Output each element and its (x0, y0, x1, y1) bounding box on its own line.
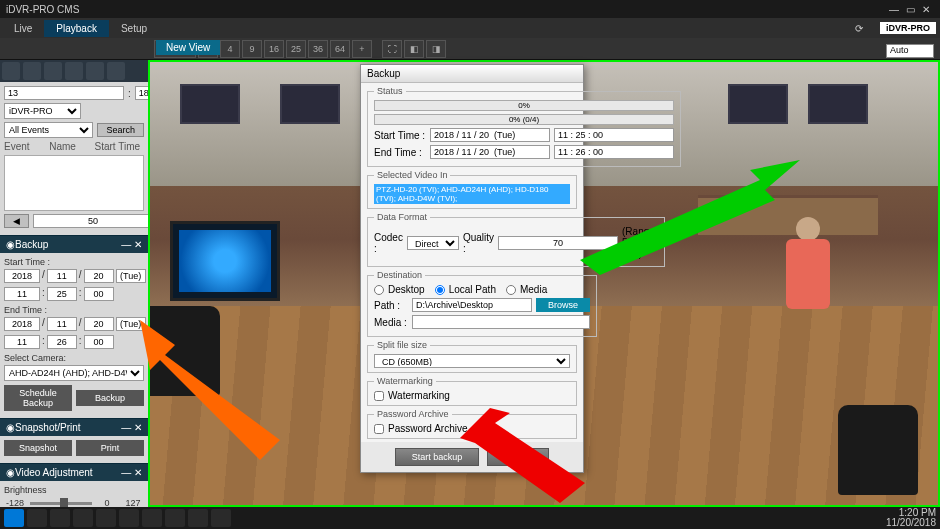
close-icon[interactable]: ✕ (918, 4, 934, 15)
explorer-icon[interactable] (73, 509, 93, 527)
start-label: Start Time : (4, 257, 144, 267)
brightness-slider[interactable] (30, 502, 92, 505)
app1-icon[interactable] (142, 509, 162, 527)
app3-icon[interactable] (188, 509, 208, 527)
media-radio[interactable]: Media (506, 284, 547, 295)
event-filter[interactable]: All Events (4, 122, 93, 138)
grid-64-button[interactable]: 64 (330, 40, 350, 58)
backup-button[interactable]: Backup (76, 390, 144, 406)
time-m[interactable] (135, 86, 148, 100)
path-input[interactable] (412, 298, 532, 312)
split-legend: Split file size (374, 340, 430, 350)
edge-icon[interactable] (96, 509, 116, 527)
grid-36-button[interactable]: 36 (308, 40, 328, 58)
bk-sdw (116, 269, 146, 283)
taskbar[interactable]: 1:20 PM11/20/2018 (0, 507, 940, 529)
snapshot-header[interactable]: ◉ Snapshot/Print— ✕ (0, 418, 148, 436)
camera-icon[interactable] (86, 62, 104, 80)
refresh-icon[interactable]: ⟳ (843, 20, 875, 37)
backup-panel: Start Time : / / ▴ : : End Time : / / (0, 253, 148, 418)
bk-sd[interactable] (84, 269, 114, 283)
time-h[interactable] (4, 86, 124, 100)
selected-cameras[interactable]: PTZ-HD-20 (TVI); AHD-AD24H (AHD); HD-D18… (374, 184, 570, 204)
search-taskbar-icon[interactable] (27, 509, 47, 527)
start-button[interactable] (4, 509, 24, 527)
search-button[interactable]: Search (97, 123, 144, 137)
cam3-icon[interactable] (65, 62, 83, 80)
quality-input[interactable] (498, 236, 618, 250)
bk-sy[interactable] (4, 269, 40, 283)
app4-icon[interactable] (211, 509, 231, 527)
media-input[interactable] (412, 315, 590, 329)
bk-es[interactable] (84, 335, 114, 349)
cam1-icon[interactable] (2, 62, 20, 80)
bk-smo[interactable] (47, 269, 77, 283)
m-start-date[interactable] (430, 128, 550, 142)
taskview-icon[interactable] (50, 509, 70, 527)
desktop-radio[interactable]: Desktop (374, 284, 425, 295)
bk-emo[interactable] (47, 317, 77, 331)
grid-25-button[interactable]: 25 (286, 40, 306, 58)
end-label: End Time : (4, 305, 144, 315)
camera-select[interactable]: AHD-AD24H (AHD); AHD-D4W (TVI); H... (4, 365, 144, 381)
start-backup-button[interactable]: Start backup (395, 448, 480, 466)
codec-select[interactable]: Direct (407, 236, 459, 250)
bk-sm[interactable] (47, 287, 77, 301)
m-start-time[interactable] (554, 128, 674, 142)
dvr-select[interactable]: iDVR-PRO (4, 103, 81, 119)
minimize-icon[interactable]: — (886, 4, 902, 15)
snapshot-button[interactable]: Snapshot (4, 440, 72, 456)
cam2-icon[interactable] (23, 62, 41, 80)
cancel-button[interactable]: Cancel (487, 448, 549, 466)
bk-ey[interactable] (4, 317, 40, 331)
schedule-backup-button[interactable]: Schedule Backup (4, 385, 72, 411)
split-select[interactable]: CD (650MB) (374, 354, 570, 368)
title-bar: iDVR-PRO CMS — ▭ ✕ (0, 0, 940, 18)
tab-setup[interactable]: Setup (109, 20, 159, 37)
tray-clock[interactable]: 1:20 PM11/20/2018 (886, 508, 936, 528)
localpath-radio[interactable]: Local Path (435, 284, 496, 295)
results-list[interactable] (4, 155, 144, 211)
grid-9-button[interactable]: 9 (242, 40, 262, 58)
globe-icon[interactable] (44, 62, 62, 80)
new-view-tab[interactable]: New View (156, 40, 220, 55)
fullscreen-icon[interactable]: ⛶ (382, 40, 402, 58)
disk-icon[interactable] (107, 62, 125, 80)
browse-button[interactable]: Browse (536, 298, 590, 312)
adjust-panel: Brightness -1280127 Contrast -1280127 Sh… (0, 481, 148, 507)
view-toolbar: 4 : 3 ▦ 4 9 16 25 36 64 + ⛶ ◧ ◨ (0, 38, 940, 60)
password-check[interactable]: Password Archive (374, 423, 570, 434)
bk-em[interactable] (47, 335, 77, 349)
backup-header[interactable]: ◉ Backup— ✕ (0, 235, 148, 253)
selin-legend: Selected Video In (374, 170, 450, 180)
print-button[interactable]: Print (76, 440, 144, 456)
layout-b-icon[interactable]: ◨ (426, 40, 446, 58)
page-input[interactable] (33, 214, 148, 228)
sidebar-icon-row (0, 60, 148, 82)
bk-ed[interactable] (84, 317, 114, 331)
chrome-icon[interactable] (119, 509, 139, 527)
layout-a-icon[interactable]: ◧ (404, 40, 424, 58)
tab-live[interactable]: Live (2, 20, 44, 37)
status-legend: Status (374, 86, 406, 96)
prev-page-button[interactable]: ◀ (4, 214, 29, 228)
grid-4-button[interactable]: 4 (220, 40, 240, 58)
maximize-icon[interactable]: ▭ (902, 4, 918, 15)
brand-badge: iDVR-PRO (880, 22, 936, 34)
progress-2: 0% (0/4) (374, 114, 674, 125)
watermark-check[interactable]: Watermarking (374, 390, 570, 401)
bk-sh[interactable] (4, 287, 40, 301)
m-end-date[interactable] (430, 145, 550, 159)
bk-ss[interactable] (84, 287, 114, 301)
grid-more-button[interactable]: + (352, 40, 372, 58)
adjust-header[interactable]: ◉ Video Adjustment— ✕ (0, 463, 148, 481)
tab-playback[interactable]: Playback (44, 20, 109, 37)
cam-label: Select Camera: (4, 353, 144, 363)
app2-icon[interactable] (165, 509, 185, 527)
auto-dropdown[interactable]: Auto (886, 44, 934, 58)
bk-eh[interactable] (4, 335, 40, 349)
grid-16-button[interactable]: 16 (264, 40, 284, 58)
dfmt-legend: Data Format (374, 212, 430, 222)
m-end-time[interactable] (554, 145, 674, 159)
chair-object (150, 306, 220, 396)
